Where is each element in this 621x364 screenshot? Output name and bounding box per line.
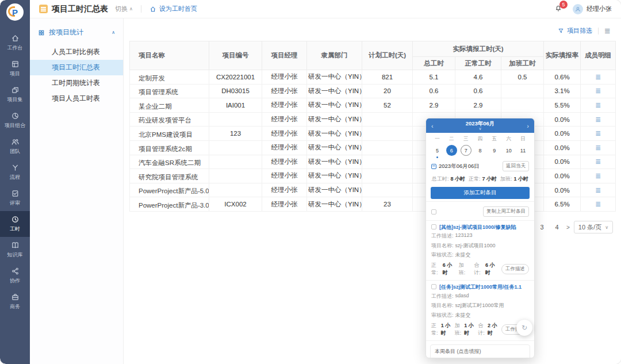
home-icon	[150, 6, 156, 13]
submenu-item-person-ratio[interactable]: 人员工时比例表	[30, 44, 123, 60]
top-header: 项目工时汇总表 切换∧ 设为工时首页 5 经理小张	[30, 0, 621, 18]
toolbar-divider	[598, 28, 599, 35]
floating-widget[interactable]: ↻	[516, 320, 532, 336]
member-detail-icon[interactable]: ≣	[595, 158, 601, 166]
sidebar-item-knowledge[interactable]: 知识库	[0, 237, 30, 263]
back-to-today-button[interactable]: 返回当天	[503, 161, 529, 171]
submenu-item-project-summary[interactable]: 项目工时汇总表	[30, 60, 123, 75]
page-button-3[interactable]: 3	[536, 221, 547, 233]
table-row[interactable]: PowerProject新产品-3.0ICX002经理小张研发一中心（YIN）2…	[130, 197, 616, 212]
sidebar-item-review[interactable]: 评审	[0, 185, 30, 211]
member-detail-icon[interactable]: ≣	[595, 129, 601, 137]
project-filter-button[interactable]: 项目筛选	[558, 26, 592, 35]
column-settings-icon[interactable]: ≣	[604, 27, 611, 35]
day-cell[interactable]: 5	[432, 145, 443, 156]
member-detail-icon[interactable]: ≣	[595, 87, 601, 95]
day-cell[interactable]: 9	[489, 145, 500, 156]
switch-report-button[interactable]: 切换∧	[115, 5, 133, 13]
sidebar-item-team[interactable]: 团队	[0, 133, 30, 159]
header-divider	[141, 5, 141, 13]
timesheet-entry: [其他]szj-测试项目1000/修复缺陷 工作描述:123123 项目名称:s…	[426, 221, 534, 281]
day-cell-today[interactable]: 7	[461, 145, 471, 156]
sidebar-item-business[interactable]: 商务	[0, 289, 30, 315]
copy-last-week-button[interactable]: 复制上周工时条目	[483, 206, 529, 217]
table-row[interactable]: 某企业二期IAI001经理小张研发一中心（YIN）522.92.95.5%≣	[130, 98, 616, 113]
member-detail-icon[interactable]: ≣	[595, 73, 601, 81]
table-row[interactable]: 北京PMS建设项目123经理小张研发一中心（YIN）0.0%≣	[130, 127, 616, 141]
avatar	[573, 4, 583, 14]
member-detail-icon[interactable]: ≣	[595, 186, 601, 194]
add-entry-button[interactable]: 添加工时条目	[431, 187, 530, 199]
projects-table: 项目名称 项目编号 项目经理 隶属部门 计划工时(天) 实际填报工时(天) 实际…	[129, 41, 616, 212]
review-icon	[11, 189, 20, 198]
team-icon	[11, 137, 20, 146]
logo-icon: P	[6, 3, 24, 21]
select-all-checkbox[interactable]	[431, 209, 436, 214]
set-home-button[interactable]: 设为工时首页	[150, 5, 197, 13]
col-project-manager: 项目经理	[262, 41, 307, 70]
sidebar-item-label: 项目	[10, 70, 20, 78]
sidebar-item-process[interactable]: 流程	[0, 159, 30, 185]
col-actual-group: 实际填报工时(天)	[413, 41, 544, 57]
member-detail-icon[interactable]: ≣	[595, 116, 601, 124]
next-month-button[interactable]: ›	[527, 122, 529, 129]
sidebar-item-project-set[interactable]: 项目集	[0, 82, 30, 108]
table-row[interactable]: 定制开发CX20221001经理小张研发一中心（YIN）8215.14.60.5…	[130, 70, 616, 85]
table-row[interactable]: 汽车金融SR系统二期经理小张研发一中心（YIN）0.0%≣	[130, 155, 616, 169]
col-overtime-hours: 加班工时	[501, 57, 544, 70]
table-row[interactable]: 项目管理系统DH03015经理小张研发一中心（YIN）200.60.63.1%≣	[130, 84, 616, 98]
app-logo[interactable]: P	[0, 0, 30, 24]
home-icon	[11, 34, 20, 43]
sidebar-item-portfolio[interactable]: 项目组合	[0, 108, 30, 133]
table-toolbar: 项目筛选 ≣	[124, 18, 621, 39]
day-cell[interactable]: 10	[503, 145, 514, 156]
selected-date: 2023年06月06日	[431, 163, 480, 170]
entry-dot	[436, 156, 438, 158]
member-detail-icon[interactable]: ≣	[595, 200, 601, 208]
entry-title-link[interactable]: [其他]szj-测试项目1000/修复缺陷	[439, 224, 516, 231]
work-desc-button[interactable]: 工作描述	[501, 264, 529, 274]
member-detail-icon[interactable]: ≣	[595, 172, 601, 180]
page-doc-icon	[39, 5, 48, 13]
col-department: 隶属部门	[307, 41, 362, 70]
entry-title-link[interactable]: [任务]szj测试工时1000常用/任务1.1	[439, 284, 522, 290]
submenu-item-project-person[interactable]: 项目人员工时表	[30, 91, 123, 106]
user-menu[interactable]: 经理小张	[573, 4, 612, 14]
month-selector[interactable]: 2023年06月 ∨	[466, 121, 495, 131]
next-page-button[interactable]: >	[566, 224, 570, 231]
day-cell-selected[interactable]: 6	[446, 145, 457, 156]
day-cell[interactable]: 11	[518, 145, 528, 156]
sidebar-item-label: 项目集	[7, 96, 23, 104]
entry-checkbox[interactable]	[431, 224, 436, 229]
day-cell[interactable]: 8	[474, 145, 485, 156]
submenu-item-period-stats[interactable]: 工时周期统计表	[30, 75, 123, 91]
sidebar-item-collab[interactable]: 协作	[0, 263, 30, 289]
day-row: 5 6 7 8 9 10 11	[426, 145, 534, 156]
sidebar-item-label: 工时	[10, 225, 20, 233]
table-row[interactable]: 研究院项目管理系统经理小张研发一中心（YIN）0.0%≣	[130, 169, 616, 183]
entry-checkbox[interactable]	[431, 284, 436, 289]
user-name: 经理小张	[586, 5, 612, 13]
prev-month-button[interactable]: ‹	[431, 122, 434, 129]
weekday-row: 一 二 三 四 五 六 日	[426, 136, 534, 143]
menu-group-by-project[interactable]: 按项目统计 ∧	[30, 18, 123, 44]
member-detail-icon[interactable]: ≣	[595, 101, 601, 109]
sidebar-item-label: 协作	[10, 277, 20, 285]
sidebar-item-workbench[interactable]: 工作台	[0, 30, 30, 56]
notifications-button[interactable]: 5	[554, 4, 562, 14]
funnel-icon	[558, 28, 564, 34]
table-row[interactable]: PowerProject新产品-5.0经理小张研发一中心（YIN）0.0%≣	[130, 183, 616, 197]
col-project-name: 项目名称	[130, 41, 209, 70]
portfolio-icon	[11, 112, 20, 120]
page-button-4[interactable]: 4	[551, 221, 562, 233]
sidebar-item-project[interactable]: 项目	[0, 56, 30, 82]
table-row[interactable]: 项目管理系统2c期经理小张研发一中心（YIN）0.0%≣	[130, 140, 616, 155]
week-section-title: 本周条目 (点击填报)	[431, 345, 530, 358]
page-size-select[interactable]: 10 条/页∨	[574, 221, 613, 233]
chevron-down-icon: ∨	[605, 225, 608, 230]
sidebar-item-timesheet[interactable]: 工时	[0, 211, 30, 237]
table-row[interactable]: 药业研发项管平台经理小张研发一中心（YIN）0.0%≣	[130, 112, 616, 127]
week-items-section: 本周条目 (点击填报) [任务] 任务2.2 项目:szj测试工时1000常用 …	[430, 344, 530, 358]
copy-row: 复制上周工时条目	[426, 201, 534, 221]
member-detail-icon[interactable]: ≣	[595, 144, 601, 152]
